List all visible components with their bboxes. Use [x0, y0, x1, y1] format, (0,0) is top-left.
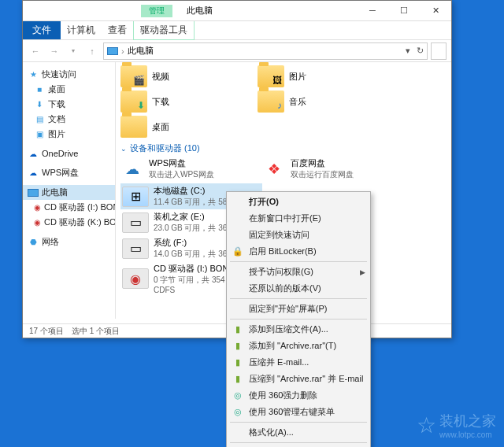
up-button[interactable]: ↑ — [84, 43, 100, 59]
watermark: ☆ 装机之家 www.lotpc.com — [417, 412, 496, 439]
sidebar-quick-access[interactable]: ★快速访问 — [23, 67, 115, 82]
ctx-open-new-window[interactable]: 在新窗口中打开(E) — [227, 210, 370, 227]
ctx-add-rar[interactable]: ▮添加到 "Archive.rar"(T) — [227, 338, 370, 354]
cloud-baidu[interactable]: ❖ 百度网盘双击运行百度网盘 — [262, 157, 404, 180]
windows-drive-icon: ⊞ — [122, 187, 149, 207]
forward-button[interactable]: → — [46, 43, 62, 59]
disc-icon: ◉ — [34, 217, 41, 228]
devices-section-header[interactable]: ⌄设备和驱动器 (10) — [120, 142, 451, 154]
star-icon: ☆ — [417, 412, 436, 438]
title-text: 此电脑 — [187, 5, 213, 17]
cloud-icon: ☁ — [28, 148, 39, 159]
folder-videos[interactable]: 🎬视频 — [120, 65, 239, 87]
ribbon-file-tab[interactable]: 文件 — [23, 21, 61, 39]
ctx-format[interactable]: 格式化(A)... — [227, 424, 370, 441]
network-icon: ⬣ — [28, 237, 39, 248]
minimize-button[interactable]: ─ — [357, 1, 388, 20]
lock-icon: 🔒 — [232, 246, 244, 258]
ribbon-tab-view[interactable]: 查看 — [102, 21, 133, 39]
pc-icon — [107, 47, 118, 55]
wps-icon: ☁ — [28, 168, 39, 179]
refresh-icon[interactable]: ↻ — [417, 46, 424, 56]
separator — [230, 442, 367, 443]
download-icon: ⬇ — [34, 99, 45, 110]
sidebar-cd-k[interactable]: ◉CD 驱动器 (K:) BON — [23, 215, 115, 230]
ctx-bitlocker[interactable]: 🔒启用 BitLocker(B) — [227, 243, 370, 260]
archive-icon: ▮ — [232, 323, 244, 336]
sidebar-desktop[interactable]: ■桌面 — [23, 82, 115, 97]
address-bar: ← → ▾ ↑ › 此电脑 ▾ ↻ — [23, 40, 451, 62]
context-menu: 打开(O) 在新窗口中打开(E) 固定到快速访问 🔒启用 BitLocker(B… — [226, 191, 371, 447]
disc-icon: ◉ — [34, 202, 41, 213]
search-box[interactable] — [431, 42, 447, 60]
sidebar-thispc[interactable]: 此电脑 — [23, 185, 115, 200]
folder-music[interactable]: ♪音乐 — [258, 91, 376, 113]
ribbon-tab-drivetools[interactable]: 驱动器工具 — [133, 21, 195, 40]
recent-button[interactable]: ▾ — [65, 43, 81, 59]
disc-icon: ◉ — [122, 268, 149, 289]
address-input[interactable]: › 此电脑 ▾ ↻ — [103, 42, 428, 60]
cloud-icon: ☁ — [120, 159, 144, 179]
baidu-icon: ❖ — [262, 159, 286, 179]
ctx-360-menu-mgr[interactable]: ◎使用 360管理右键菜单 — [227, 404, 370, 420]
sidebar-cd-i[interactable]: ◉CD 驱动器 (I:) BONJ — [23, 200, 115, 215]
360-icon: ◎ — [232, 406, 244, 419]
archive-icon: ▮ — [232, 340, 244, 353]
ctx-prev-versions[interactable]: 还原以前的版本(V) — [227, 280, 370, 297]
star-icon: ★ — [28, 69, 39, 80]
ctx-grant-access[interactable]: 授予访问权限(G)▶ — [227, 264, 370, 280]
ctx-pin-quick[interactable]: 固定到快速访问 — [227, 227, 370, 243]
hdd-icon: ▭ — [122, 238, 149, 259]
status-count: 17 个项目 — [29, 326, 64, 337]
back-button[interactable]: ← — [28, 43, 43, 59]
folder-desktop[interactable]: 桌面 — [120, 116, 239, 138]
ribbon-tab-computer[interactable]: 计算机 — [61, 21, 102, 39]
sidebar-network[interactable]: ⬣网络 — [23, 235, 115, 249]
folder-downloads[interactable]: ⬇下载 — [120, 91, 239, 113]
ctx-add-archive[interactable]: ▮添加到压缩文件(A)... — [227, 321, 370, 338]
sidebar-pictures[interactable]: ▣图片 — [23, 127, 115, 142]
pc-icon — [28, 189, 39, 197]
360-icon: ◎ — [232, 390, 244, 402]
titlebar: 管理 此电脑 ─ ☐ ✕ — [23, 1, 451, 21]
close-button[interactable]: ✕ — [420, 1, 451, 20]
nav-sidebar: ★快速访问 ■桌面 ⬇下载 ▤文档 ▣图片 ☁OneDrive ☁WPS网盘 此… — [23, 62, 116, 319]
contextual-tab-header: 管理 — [141, 5, 172, 17]
separator — [230, 422, 367, 423]
sidebar-wps[interactable]: ☁WPS网盘 — [23, 165, 115, 180]
separator — [230, 319, 367, 320]
address-dropdown-icon[interactable]: ▾ — [406, 46, 410, 56]
ctx-email-rar[interactable]: ▮压缩到 "Archive.rar" 并 E-mail — [227, 371, 370, 387]
hdd-icon: ▭ — [122, 212, 149, 233]
separator — [230, 261, 367, 262]
chevron-down-icon: ⌄ — [120, 145, 127, 153]
ctx-360-force-delete[interactable]: ◎使用 360强力删除 — [227, 387, 370, 404]
archive-icon: ▮ — [232, 356, 244, 369]
maximize-button[interactable]: ☐ — [388, 1, 420, 20]
status-selected: 选中 1 个项目 — [72, 326, 120, 337]
ctx-email[interactable]: ▮压缩并 E-mail... — [227, 354, 370, 371]
sidebar-downloads[interactable]: ⬇下载 — [23, 97, 115, 112]
archive-icon: ▮ — [232, 373, 244, 386]
ctx-pin-start[interactable]: 固定到"开始"屏幕(P) — [227, 301, 370, 317]
chevron-right-icon: ▶ — [360, 268, 365, 276]
pictures-icon: ▣ — [34, 129, 45, 140]
ribbon: 文件 计算机 查看 驱动器工具 — [23, 21, 451, 40]
sidebar-documents[interactable]: ▤文档 — [23, 112, 115, 127]
cloud-wps[interactable]: ☁ WPS网盘双击进入WPS网盘 — [120, 157, 262, 180]
sidebar-onedrive[interactable]: ☁OneDrive — [23, 146, 115, 161]
folder-pictures[interactable]: 🖼图片 — [258, 65, 376, 87]
contextual-tab-group: 管理 — [141, 5, 172, 17]
address-text: 此电脑 — [128, 45, 154, 57]
desktop-icon: ■ — [34, 84, 45, 95]
separator — [230, 298, 367, 299]
ctx-open[interactable]: 打开(O) — [227, 194, 370, 210]
document-icon: ▤ — [34, 114, 45, 125]
